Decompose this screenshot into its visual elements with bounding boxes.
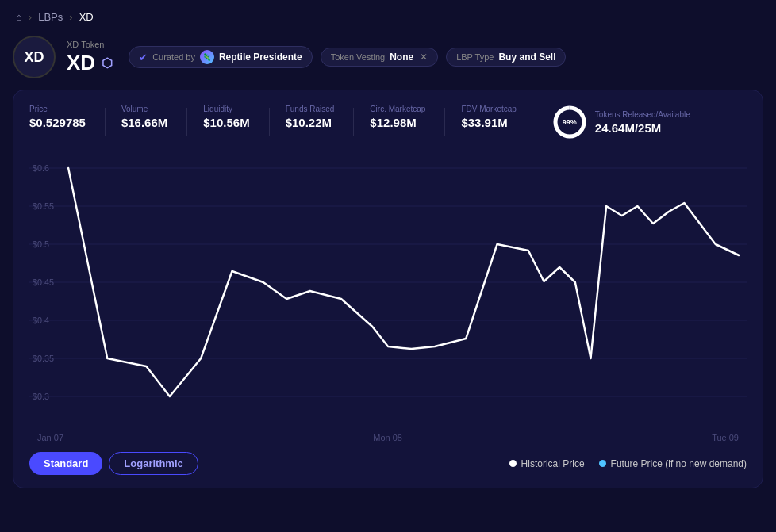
- lbp-value: Buy and Sell: [498, 52, 555, 63]
- historical-legend-item: Historical Price: [509, 458, 585, 469]
- stat-liquidity-label: Liquidity: [203, 105, 249, 113]
- vesting-label: Token Vesting: [331, 52, 386, 62]
- avatar: 🦎: [200, 50, 214, 64]
- breadcrumb-xd: XD: [79, 11, 94, 23]
- stat-funds-value: $10.22M: [286, 116, 335, 129]
- stat-price-value: $0.529785: [29, 116, 86, 129]
- tokens-released-value: 24.64M/25M: [595, 121, 690, 135]
- svg-text:$0.6: $0.6: [33, 163, 49, 173]
- home-icon[interactable]: ⌂: [16, 11, 22, 23]
- stat-volume-value: $16.66M: [121, 116, 167, 129]
- stat-fdv-label: FDV Marketcap: [461, 105, 516, 113]
- stat-divider-6: [536, 108, 536, 136]
- token-label: XD Token: [67, 40, 113, 49]
- breadcrumb-lbps[interactable]: LBPs: [38, 11, 63, 23]
- stat-divider-2: [186, 108, 187, 136]
- token-header: XD XD Token XD ⬡ ✔ Curated by 🦎 Reptile …: [13, 36, 763, 78]
- lbp-type-pill: LBP Type Buy and Sell: [446, 48, 566, 67]
- svg-text:$0.3: $0.3: [33, 392, 49, 401]
- x-label-mon08: Mon 08: [373, 433, 402, 442]
- tokens-released-label: Tokens Released/Available: [595, 110, 690, 119]
- standard-button[interactable]: Standard: [29, 452, 102, 475]
- stat-circ-value: $12.98M: [370, 116, 425, 129]
- stat-divider-4: [353, 108, 354, 136]
- historical-dot: [509, 460, 517, 467]
- stat-fdv: FDV Marketcap $33.91M: [461, 105, 535, 129]
- stat-circ: Circ. Marketcap $12.98M: [370, 105, 444, 129]
- donut-chart: 99%: [552, 105, 587, 140]
- breadcrumb-sep-1: ›: [29, 11, 32, 23]
- future-legend-item: Future Price (if no new demand): [599, 458, 747, 469]
- chart-svg: $0.6 $0.55 $0.5 $0.45 $0.4 $0.35 $0.3: [29, 152, 747, 422]
- chart-legend: Historical Price Future Price (if no new…: [509, 458, 747, 469]
- future-legend-label: Future Price (if no new demand): [611, 458, 747, 469]
- stats-bar: Price $0.529785 Volume $16.66M Liquidity…: [29, 105, 747, 140]
- stat-fdv-value: $33.91M: [461, 116, 516, 129]
- stat-funds: Funds Raised $10.22M: [286, 105, 354, 129]
- stat-liquidity: Liquidity $10.56M: [203, 105, 268, 129]
- chart-panel: Price $0.529785 Volume $16.66M Liquidity…: [13, 90, 763, 488]
- vesting-value: None: [390, 52, 413, 63]
- stat-divider-3: [269, 108, 270, 136]
- x-label-tue09: Tue 09: [712, 433, 739, 442]
- tokens-released-stat: 99% Tokens Released/Available 24.64M/25M: [552, 105, 690, 140]
- historical-legend-label: Historical Price: [521, 458, 585, 469]
- svg-text:$0.35: $0.35: [33, 354, 54, 363]
- svg-text:$0.5: $0.5: [33, 239, 49, 249]
- stat-funds-label: Funds Raised: [286, 105, 335, 113]
- x-axis: Jan 07 Mon 08 Tue 09: [29, 433, 747, 442]
- svg-text:$0.55: $0.55: [33, 201, 54, 211]
- stat-circ-label: Circ. Marketcap: [370, 105, 425, 113]
- stat-volume-label: Volume: [121, 105, 167, 113]
- token-vesting-pill: Token Vesting None ✕: [321, 48, 439, 67]
- curated-by-pill: ✔ Curated by 🦎 Reptile Presidente: [129, 46, 313, 68]
- stat-price-label: Price: [29, 105, 86, 113]
- future-dot: [599, 460, 606, 467]
- curated-value: Reptile Presidente: [219, 52, 302, 63]
- stat-divider-5: [444, 108, 445, 136]
- price-chart: $0.6 $0.55 $0.5 $0.45 $0.4 $0.35 $0.3: [29, 152, 747, 422]
- x-label-jan07: Jan 07: [37, 433, 63, 442]
- stat-divider-1: [105, 108, 106, 136]
- eth-icon: ⬡: [102, 55, 113, 71]
- svg-text:$0.45: $0.45: [33, 277, 54, 287]
- check-icon: ✔: [139, 52, 148, 63]
- lbp-label: LBP Type: [456, 52, 494, 62]
- view-toggle: Standard Logarithmic: [29, 452, 198, 475]
- donut-percent-label: 99%: [563, 118, 577, 126]
- tokens-released-info: Tokens Released/Available 24.64M/25M: [595, 110, 690, 135]
- token-ticker: XD ⬡: [67, 51, 113, 75]
- curated-label: Curated by: [152, 52, 195, 62]
- breadcrumb-sep-2: ›: [69, 11, 72, 23]
- token-logo: XD: [13, 36, 56, 78]
- svg-text:$0.4: $0.4: [33, 316, 49, 325]
- vesting-close-icon[interactable]: ✕: [420, 52, 428, 63]
- chart-footer: Standard Logarithmic Historical Price Fu…: [29, 452, 747, 475]
- logarithmic-button[interactable]: Logarithmic: [109, 452, 198, 475]
- stat-liquidity-value: $10.56M: [203, 116, 249, 129]
- pills-container: ✔ Curated by 🦎 Reptile Presidente Token …: [129, 46, 566, 68]
- token-name-block: XD Token XD ⬡: [67, 40, 113, 75]
- stat-volume: Volume $16.66M: [121, 105, 186, 129]
- breadcrumb: ⌂ › LBPs › XD: [0, 0, 776, 28]
- stat-price: Price $0.529785: [29, 105, 105, 129]
